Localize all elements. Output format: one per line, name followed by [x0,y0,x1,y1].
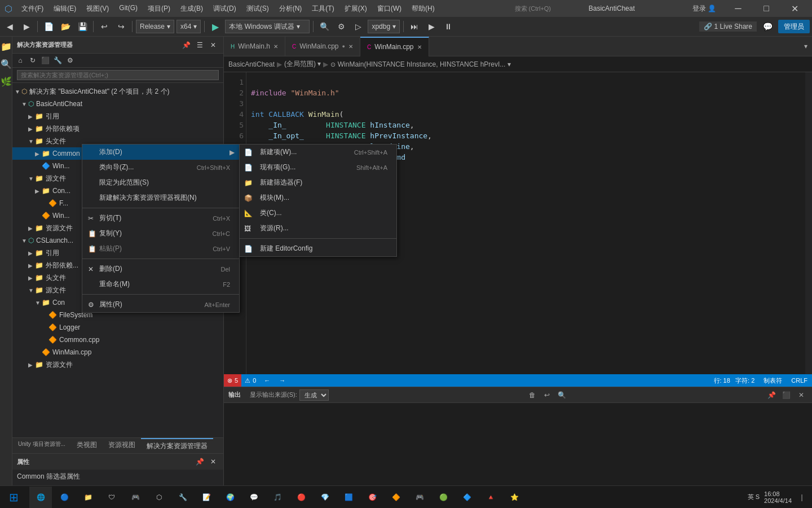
menu-item-label: 重命名(M) [99,279,130,289]
submenu-label: 现有项(G)... [260,163,295,172]
taskbar-app8[interactable]: 🎵 [266,487,289,508]
submenu-item-module[interactable]: 📦 模块(M)... [240,190,396,205]
context-separator2 [82,259,239,259]
taskbar-app11[interactable]: 🟦 [337,487,360,508]
taskbar-app4[interactable]: 🔧 [171,487,194,508]
start-area: ⊞ [0,488,27,506]
taskbar-app9[interactable]: 🔴 [290,487,312,508]
submenu: 📄 新建项(W)... Ctrl+Shift+A 📄 现有项(G)... Shi… [239,144,397,257]
delete-icon: ✕ [88,265,94,273]
taskbar-app10[interactable]: 💎 [314,487,336,508]
menu-item-label: 复制(Y) [99,229,122,238]
copy-icon: 📋 [88,230,96,238]
context-menu-item-scope[interactable]: 限定为此范围(S) [82,175,239,190]
taskbar-app7[interactable]: 💬 [242,487,265,508]
module-icon: 📦 [244,194,253,202]
taskbar-app14[interactable]: 🎮 [408,487,431,508]
taskbar-app3[interactable]: 🎮 [124,487,147,508]
context-menu-item-copy[interactable]: 📋 复制(Y) Ctrl+C [82,226,239,241]
taskbar-ie[interactable]: 🌐 [29,487,52,508]
taskbar-clock[interactable]: 16:082024/4/14 [762,491,794,504]
shortcut-label: Del [220,266,230,273]
context-menu-item-add[interactable]: 添加(D) ▶ 📄 新建项(W)... Ctrl+Shift+A 📄 现有项(G… [82,144,239,160]
submenu-label: 新建项(W)... [260,147,297,157]
context-menu-item-new-view[interactable]: 新建解决方案资源管理器视图(N) [82,190,239,205]
context-menu-item-delete[interactable]: ✕ 删除(D) Del [82,261,239,277]
shortcut-label: Ctrl+V [213,246,230,252]
submenu-label: 新建筛选器(F) [260,178,302,187]
submenu-item-class[interactable]: 📐 类(C)... [240,205,396,221]
existing-item-icon: 📄 [244,164,253,172]
menu-item-label: 添加(D) [99,147,122,157]
context-menu-item-cut[interactable]: ✂ 剪切(T) Ctrl+X [82,211,239,226]
taskbar-explorer[interactable]: 📁 [77,487,99,508]
taskbar-app17[interactable]: 🔺 [479,487,502,508]
menu-item-label: 属性(R) [99,300,122,309]
start-button[interactable]: ⊞ [5,488,23,506]
taskbar: ⊞ 🌐 🔵 📁 🛡 🎮 ⬡ 🔧 📝 🌍 💬 🎵 🔴 💎 🟦 🎯 🔶 🎮 🟢 🔷 … [0,485,812,508]
submenu-arrow-icon: ▶ [230,148,235,156]
taskbar-app6[interactable]: 🌍 [219,487,241,508]
taskbar-app15[interactable]: 🟢 [432,487,454,508]
filter-icon: 📁 [244,179,253,187]
paste-icon: 📋 [88,245,96,253]
shortcut-label: F2 [223,281,230,288]
submenu-item-new[interactable]: 📄 新建项(W)... Ctrl+Shift+A [240,144,396,160]
taskbar-vs[interactable]: ⬡ [148,487,170,508]
taskbar-app18[interactable]: ⭐ [503,487,526,508]
class-icon: 📐 [244,209,253,217]
submenu-label: 新建 EditorConfig [260,244,312,253]
menu-item-label: 粘贴(P) [99,244,122,253]
taskbar-chrome[interactable]: 🔵 [53,487,76,508]
editorconfig-icon: 📄 [244,245,253,253]
taskbar-apps: 🌐 🔵 📁 🛡 🎮 ⬡ 🔧 📝 🌍 💬 🎵 🔴 💎 🟦 🎯 🔶 🎮 🟢 🔷 🔺 … [27,487,528,508]
context-menu-item-properties[interactable]: ⚙ 属性(R) Alt+Enter [82,297,239,312]
shortcut-label: Alt+Enter [204,301,230,308]
shortcut-label: Ctrl+C [213,230,230,237]
taskbar-app12[interactable]: 🎯 [361,487,383,508]
submenu-label: 资源(R)... [260,224,289,233]
properties-icon: ⚙ [88,301,94,309]
taskbar-app16[interactable]: 🔷 [456,487,478,508]
submenu-separator [240,238,396,239]
taskbar-show-desktop[interactable]: | [796,487,807,508]
new-item-icon: 📄 [244,148,253,156]
menu-item-label: 新建解决方案资源管理器视图(N) [99,193,197,203]
shortcut-label: Ctrl+X [213,215,230,222]
context-menu-item-rename[interactable]: 重命名(M) F2 [82,277,239,292]
shortcut-label: Shift+Alt+A [356,164,387,171]
resource-icon: 🖼 [244,225,251,233]
taskbar-ime[interactable]: 英 S [748,493,760,501]
taskbar-app13[interactable]: 🔶 [385,487,407,508]
submenu-item-existing[interactable]: 📄 现有项(G)... Shift+Alt+A [240,160,396,175]
menu-item-label: 删除(D) [99,264,122,274]
menu-item-label: 类向导(Z)... [99,163,134,172]
context-menu-overlay[interactable]: 添加(D) ▶ 📄 新建项(W)... Ctrl+Shift+A 📄 现有项(G… [0,0,812,508]
submenu-label: 类(C)... [260,208,282,218]
submenu-label: 模块(M)... [260,193,289,203]
context-separator1 [82,208,239,208]
cut-icon: ✂ [88,214,94,222]
context-menu-item-wizard[interactable]: 类向导(Z)... Ctrl+Shift+X [82,160,239,175]
context-separator3 [82,294,239,295]
submenu-item-filter[interactable]: 📁 新建筛选器(F) [240,175,396,190]
context-menu-item-paste[interactable]: 📋 粘贴(P) Ctrl+V [82,241,239,256]
shortcut-label: Ctrl+Shift+X [197,164,230,171]
menu-item-label: 剪切(T) [99,213,121,223]
submenu-item-resource[interactable]: 🖼 资源(R)... [240,221,396,236]
menu-item-label: 限定为此范围(S) [99,178,149,187]
taskbar-app5[interactable]: 📝 [195,487,218,508]
shortcut-label: Ctrl+Shift+A [354,149,387,156]
submenu-item-editorconfig[interactable]: 📄 新建 EditorConfig [240,241,396,256]
taskbar-right: 英 S 16:082024/4/14 | [743,487,812,508]
context-menu: 添加(D) ▶ 📄 新建项(W)... Ctrl+Shift+A 📄 现有项(G… [82,144,240,313]
taskbar-app2[interactable]: 🛡 [100,487,123,508]
